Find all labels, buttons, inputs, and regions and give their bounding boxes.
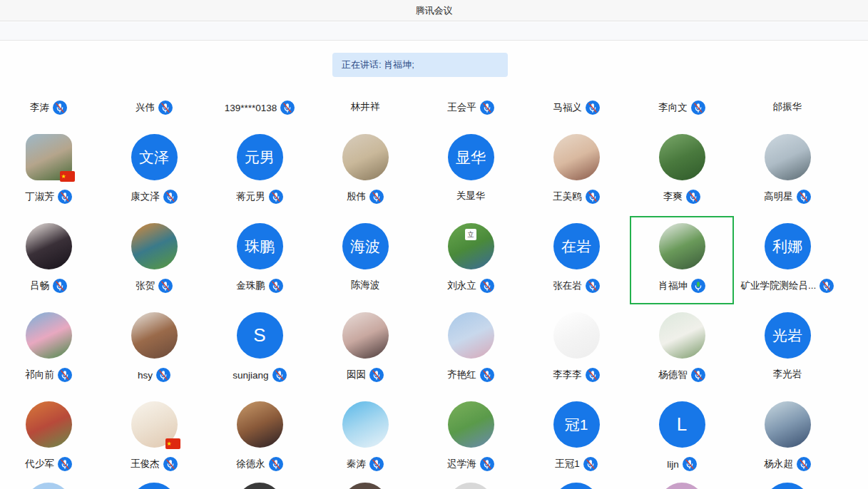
mic-muted-icon[interactable] [272,368,287,382]
participant-cell[interactable]: 王美鸥 [524,134,629,214]
greenery-photo: 立 [448,223,494,269]
participant-name: 李向文 [658,101,688,114]
participant-name: 李光岩 [773,368,802,381]
mic-muted-icon[interactable] [686,190,700,204]
two-kids-on-grass-photo [448,401,494,448]
seaside-rocks-photo: ★ [26,134,72,180]
mic-muted-icon[interactable] [158,279,173,293]
fisherman-sunset-photo [237,401,283,448]
participant-cell[interactable]: hsy [101,312,207,392]
avatar [131,483,178,489]
participant-name-row: 王美鸥 [553,190,600,204]
mic-muted-icon[interactable] [369,457,384,471]
avatar-initials: 海波 [350,237,380,257]
mic-muted-icon[interactable] [280,101,295,115]
mic-muted-icon[interactable] [683,457,697,471]
participant-cell[interactable]: 利娜矿业学院测绘吕... [735,223,840,303]
participant-row: 吕畅张贺珠鹏金珠鹏海波陈海波立刘永立在岩张在岩肖福坤利娜矿业学院测绘吕... [0,223,840,303]
mic-muted-icon[interactable] [369,190,384,204]
mic-muted-icon[interactable] [269,279,283,293]
participant-name-row: 王冠1 [555,457,598,471]
mic-muted-icon[interactable] [156,368,170,382]
participant-cell[interactable]: 秦涛 [312,401,418,481]
participant-cell[interactable]: 殷伟 [312,134,418,214]
avatar [553,483,600,489]
avatar-initials: 显华 [456,148,486,168]
avatar-overlay-character: 立 [465,229,476,240]
participant-cell[interactable]: 文泽康文泽 [101,134,207,214]
participant-cell[interactable]: 张贺 [101,223,207,303]
participant-cell[interactable]: 杨永超 [735,401,840,481]
participant-cell[interactable]: 吕畅 [0,223,101,303]
participant-cell[interactable]: 迟学海 [418,401,524,481]
mic-muted-icon[interactable] [480,457,494,471]
mic-muted-icon[interactable] [53,279,67,293]
mic-muted-icon[interactable] [58,457,72,471]
participant-cell[interactable]: Llijn [629,401,735,481]
participant-cell[interactable]: 高明星 [735,134,840,214]
participant-cell[interactable]: Ssunjiang [207,312,312,392]
mic-muted-icon[interactable] [269,457,283,471]
participant-cell[interactable]: 光岩李光岩 [735,312,840,392]
avatar-initials: 光岩 [772,326,802,346]
participant-cell[interactable]: 代少军 [0,401,101,481]
participant-cell[interactable]: ★王俊杰 [101,401,207,481]
mic-muted-icon[interactable] [586,190,600,204]
avatar: 文泽 [131,134,178,180]
mic-muted-icon[interactable] [797,190,811,204]
participant-cell[interactable]: 立刘永立 [418,223,524,303]
participant-name-row: 迟学海 [447,457,494,471]
participant-cell[interactable]: 囡囡 [312,312,418,392]
participant-name: 矿业学院测绘吕... [741,279,817,292]
mic-muted-icon[interactable] [480,101,494,115]
mic-on-icon[interactable] [691,279,705,293]
participant-name: 王俊杰 [131,458,160,470]
participant-cell[interactable]: 在岩张在岩 [524,223,629,303]
participant-name-row: 陈海波 [351,279,380,292]
mic-muted-icon[interactable] [163,457,178,471]
mic-muted-icon[interactable] [53,101,67,115]
participant-name: 杨德智 [658,369,688,381]
participant-name: hsy [138,370,153,381]
participant-name-row: 蒋元男 [236,190,283,204]
mic-muted-icon[interactable] [163,190,178,204]
mic-muted-icon[interactable] [586,279,600,293]
mic-muted-icon[interactable] [583,457,598,471]
mic-muted-icon[interactable] [58,190,72,204]
family-photo [765,401,811,448]
participant-cell[interactable]: 李爽 [629,134,735,214]
mic-muted-icon[interactable] [269,190,283,204]
mic-muted-icon[interactable] [480,368,494,382]
mic-muted-icon[interactable] [691,101,705,115]
participant-cell[interactable]: 杨德智 [629,312,735,392]
participant-name-row: 殷伟 [347,190,384,204]
participant-cell[interactable]: 珠鹏金珠鹏 [207,223,312,303]
participant-name-row: 祁向前 [25,368,72,382]
participant-cell[interactable]: 祁向前 [0,312,101,392]
participant-cell[interactable]: 显华关显华 [418,134,524,214]
mic-muted-icon[interactable] [691,368,705,382]
mic-muted-icon[interactable] [58,368,72,382]
participant-cell[interactable]: 肖福坤 [629,223,735,303]
participant-cell[interactable]: 海波陈海波 [312,223,418,303]
participant-cell[interactable]: 齐艳红 [418,312,524,392]
participant-name-row: hsy [138,368,170,382]
participant-cell[interactable]: 李李李 [524,312,629,392]
avatar-initials: 在岩 [561,237,591,257]
mic-muted-icon[interactable] [158,101,173,115]
mic-muted-icon[interactable] [797,457,811,471]
avatar [26,483,72,489]
mic-muted-icon[interactable] [586,368,600,382]
qinghai-stone-monument-photo [342,134,389,180]
avatar [659,483,705,489]
participant-name: 马福义 [553,101,582,114]
avatar [237,483,283,489]
participant-cell[interactable]: 元男蒋元男 [207,134,312,214]
participant-cell[interactable]: 冠1王冠1 [524,401,629,481]
participant-cell[interactable]: ★丁淑芳 [0,134,101,214]
participant-cell[interactable]: 徐德永 [207,401,312,481]
mic-muted-icon[interactable] [369,368,384,382]
mic-muted-icon[interactable] [480,279,494,293]
mic-muted-icon[interactable] [586,101,600,115]
mic-muted-icon[interactable] [820,279,834,293]
